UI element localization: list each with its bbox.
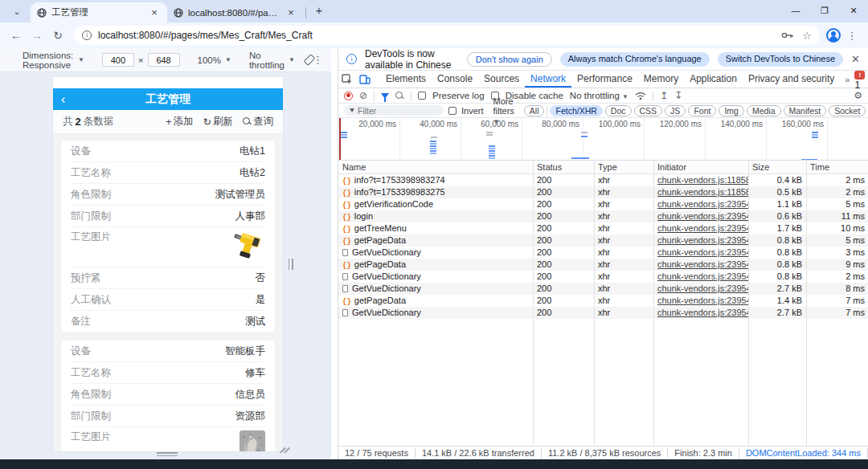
initiator-link[interactable]: chunk-vendors.js:23954	[657, 211, 748, 221]
refresh-button[interactable]: ↻刷新	[203, 115, 233, 128]
initiator-link[interactable]: chunk-vendors.js:23954	[657, 296, 748, 305]
filter-chip-media[interactable]: Media	[747, 105, 781, 116]
initiator-link[interactable]: chunk-vendors.js:23954	[657, 308, 748, 317]
resize-handle-right[interactable]	[287, 259, 294, 270]
new-tab-button[interactable]: +	[309, 2, 329, 21]
switch-to-chinese-button[interactable]: Switch DevTools to Chinese	[718, 52, 843, 67]
initiator-link[interactable]: chunk-vendors.js:23954	[657, 199, 748, 209]
craft-image-drill[interactable]	[233, 230, 265, 261]
device-toolbar-menu-icon[interactable]: ⋮	[313, 54, 326, 66]
resize-handle-bottom[interactable]	[157, 452, 178, 458]
table-row[interactable]: {}getPageData200xhrchunk-vendors.js:2395…	[338, 295, 868, 307]
issues-indicator[interactable]: ! 1	[854, 68, 865, 91]
export-har-icon[interactable]: ↧	[674, 90, 682, 101]
maximize-button[interactable]: ❐	[810, 0, 839, 22]
record-button[interactable]	[344, 92, 353, 100]
table-row[interactable]: {}getPageData200xhrchunk-vendors.js:2395…	[338, 234, 868, 247]
bookmark-star-icon[interactable]: ☆	[802, 30, 812, 42]
initiator-link[interactable]: chunk-vendors.js:11858	[657, 187, 748, 197]
invert-checkbox[interactable]	[448, 107, 457, 115]
column-header-time[interactable]: Time	[806, 161, 868, 173]
browser-menu-icon[interactable]: ⋮	[842, 30, 862, 42]
tab-close-icon[interactable]: ×	[285, 6, 297, 18]
filter-chip-img[interactable]: Img	[719, 105, 744, 116]
tab-close-icon[interactable]: ×	[148, 6, 161, 18]
search-icon[interactable]	[395, 92, 404, 100]
table-row[interactable]: {}getVierificationCode200xhrchunk-vendor…	[338, 198, 868, 210]
pane-splitter[interactable]	[331, 48, 338, 459]
devtools-tab-performance[interactable]: Performance	[571, 71, 638, 88]
network-overview-timeline[interactable]: 20,000 ms40,000 ms60,000 ms80,000 ms100,…	[338, 118, 868, 161]
more-tabs-icon[interactable]: »	[840, 75, 854, 84]
preserve-log-checkbox[interactable]	[418, 92, 426, 100]
initiator-link[interactable]: chunk-vendors.js:23954	[657, 259, 748, 269]
column-header-size[interactable]: Size	[748, 161, 806, 173]
table-row[interactable]: GetVueDictionary200xhrchunk-vendors.js:2…	[338, 283, 868, 295]
search-button[interactable]: 查询	[243, 115, 273, 128]
import-har-icon[interactable]: ↥	[660, 90, 668, 101]
clear-icon[interactable]: ⊘	[359, 90, 367, 101]
profile-avatar[interactable]	[826, 28, 841, 43]
back-button[interactable]: ←	[6, 29, 26, 42]
tab-search-button[interactable]: ⌄	[6, 4, 27, 20]
devtools-tab-network[interactable]: Network	[525, 71, 571, 88]
filter-chip-font[interactable]: Font	[688, 105, 716, 116]
devtools-tab-memory[interactable]: Memory	[638, 71, 684, 88]
resize-handle-corner[interactable]	[280, 447, 287, 454]
table-row[interactable]: GetVueDictionary200xhrchunk-vendors.js:2…	[338, 271, 868, 283]
network-settings-gear-icon[interactable]: ⚙	[854, 90, 862, 101]
devtools-tab-privacy-and-security[interactable]: Privacy and security	[743, 71, 840, 88]
craft-image-squirrel[interactable]	[240, 430, 265, 451]
filter-chip-css[interactable]: CSS	[634, 105, 663, 116]
initiator-link[interactable]: chunk-vendors.js:11858	[657, 175, 748, 185]
column-header-name[interactable]: Name	[338, 161, 533, 173]
address-bar[interactable]: i localhost:8080/#/pages/mes/Mes_Craft/M…	[74, 26, 820, 45]
dimensions-select[interactable]: Dimensions: Responsive ▼	[23, 51, 84, 70]
table-row[interactable]: {}info?t=1753398983275200xhrchunk-vendor…	[338, 186, 868, 198]
width-input[interactable]	[102, 53, 134, 67]
column-header-status[interactable]: Status	[533, 161, 594, 173]
filter-chip-manifest[interactable]: Manifest	[784, 105, 827, 116]
filter-chip-doc[interactable]: Doc	[605, 105, 632, 116]
column-header-type[interactable]: Type	[594, 161, 653, 173]
throttling-select[interactable]: No throttling ▼	[570, 91, 628, 100]
filter-input[interactable]	[358, 106, 438, 116]
reload-button[interactable]: ↻	[48, 29, 68, 42]
filter-chip-socket[interactable]: Socket	[829, 105, 866, 116]
filter-chip-all[interactable]: All	[524, 105, 545, 116]
filter-funnel-icon[interactable]	[381, 93, 389, 99]
close-button[interactable]: ✕	[839, 0, 868, 22]
dont-show-again-button[interactable]: Don't show again	[467, 52, 552, 67]
minimize-button[interactable]: —	[781, 0, 810, 22]
craft-card[interactable]: 设备智能板手工艺名称修车角色限制信息员部门限制资源部工艺图片	[61, 341, 275, 451]
initiator-link[interactable]: chunk-vendors.js:23954	[657, 223, 748, 233]
password-key-icon[interactable]	[781, 31, 794, 39]
initiator-link[interactable]: chunk-vendors.js:23954	[657, 283, 748, 293]
filter-chip-fetch-xhr[interactable]: Fetch/XHR	[550, 105, 602, 116]
devtools-tab-console[interactable]: Console	[432, 71, 478, 88]
column-header-initiator[interactable]: Initiator	[653, 161, 748, 173]
browser-tab-inactive[interactable]: localhost:8080/#/pages/men ×	[167, 2, 304, 22]
devtools-tab-sources[interactable]: Sources	[478, 71, 525, 88]
devtools-tab-elements[interactable]: Elements	[380, 71, 432, 88]
initiator-link[interactable]: chunk-vendors.js:23954	[657, 271, 748, 281]
inspect-element-icon[interactable]	[342, 74, 359, 85]
height-input[interactable]	[148, 53, 180, 67]
table-row[interactable]: {}getPageData200xhrchunk-vendors.js:2395…	[338, 259, 868, 271]
add-button[interactable]: +添加	[166, 115, 193, 128]
craft-card[interactable]: 设备电钻1工艺名称电钻2角色限制测试管理员部门限制人事部工艺图片 预拧紧否人工确…	[61, 141, 275, 332]
device-toolbar-toggle-icon[interactable]	[359, 75, 377, 84]
devtools-tab-application[interactable]: Application	[684, 71, 743, 88]
site-info-icon[interactable]: i	[82, 31, 92, 40]
infobar-close-icon[interactable]: ✕	[851, 53, 860, 65]
table-row[interactable]: {}info?t=1753398983274200xhrchunk-vendor…	[338, 174, 868, 186]
network-conditions-icon[interactable]	[635, 92, 646, 100]
zoom-select[interactable]: 100% ▼	[198, 55, 231, 65]
browser-tab-active[interactable]: 工艺管理 ×	[31, 2, 167, 22]
table-row[interactable]: {}getTreeMenu200xhrchunk-vendors.js:2395…	[338, 222, 868, 234]
initiator-link[interactable]: chunk-vendors.js:23954	[657, 235, 748, 245]
filter-chip-js[interactable]: JS	[665, 105, 686, 116]
table-row[interactable]: {}login200xhrchunk-vendors.js:239540.6 k…	[338, 210, 868, 222]
match-language-button[interactable]: Always match Chrome's language	[560, 52, 710, 67]
back-chevron-icon[interactable]: ‹	[61, 88, 65, 110]
